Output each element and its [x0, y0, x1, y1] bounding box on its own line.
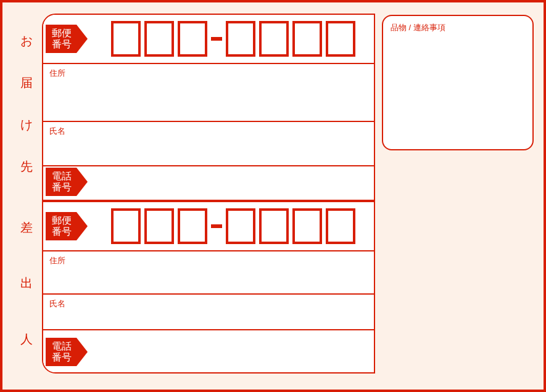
sender-section: 郵便 番号 住所 氏名 [43, 200, 374, 372]
postal-digit-box[interactable] [292, 208, 322, 244]
vlabel-char: 人 [20, 331, 33, 348]
postal-dash [211, 37, 222, 41]
recipient-name-row[interactable]: 氏名 [43, 122, 374, 166]
phone-tag-text: 電話 番号 [52, 171, 72, 194]
recipient-postal-boxes [111, 21, 355, 57]
name-label: 氏名 [49, 298, 65, 309]
phone-tag: 電話 番号 [46, 338, 77, 366]
postal-digit-box[interactable] [111, 208, 141, 244]
postal-code-tag: 郵便 番号 [46, 25, 77, 53]
postal-digit-box[interactable] [226, 21, 255, 57]
postal-digit-box[interactable] [326, 21, 355, 57]
vertical-labels-column: お 届 け 先 差 出 人 [11, 14, 42, 374]
vlabel-char: け [20, 116, 33, 133]
phone-tag-text: 電話 番号 [52, 341, 72, 364]
postal-digit-box[interactable] [178, 208, 207, 244]
vlabel-char: 先 [20, 158, 33, 175]
postal-digit-box[interactable] [111, 21, 141, 57]
phone-tag: 電話 番号 [46, 168, 77, 196]
postal-tag-text: 郵便 番号 [52, 215, 72, 238]
recipient-postal-row[interactable]: 郵便 番号 [43, 15, 374, 64]
recipient-address-row[interactable]: 住所 [43, 64, 374, 122]
name-label: 氏名 [49, 126, 65, 137]
vlabel-char: 出 [20, 275, 33, 292]
address-label: 住所 [49, 255, 65, 266]
postal-digit-box[interactable] [326, 208, 355, 244]
postal-digit-box[interactable] [259, 21, 289, 57]
form-sections: 郵便 番号 住所 氏名 [42, 14, 375, 374]
postal-digit-box[interactable] [144, 208, 174, 244]
vlabel-char: 届 [20, 75, 33, 91]
sender-phone-row[interactable]: 電話 番号 [43, 330, 374, 374]
postal-digit-box[interactable] [178, 21, 207, 57]
recipient-phone-row[interactable]: 電話 番号 [43, 166, 374, 197]
postal-digit-box[interactable] [226, 208, 255, 244]
address-label: 住所 [49, 68, 65, 79]
main-form-area: お 届 け 先 差 出 人 郵便 番号 [11, 14, 375, 374]
postal-digit-box[interactable] [292, 21, 322, 57]
postal-dash [211, 224, 222, 228]
vlabel-char: 差 [20, 219, 33, 236]
notes-label: 品物 / 連絡事項 [391, 22, 525, 33]
postal-digit-box[interactable] [144, 21, 174, 57]
sender-postal-row[interactable]: 郵便 番号 [43, 202, 374, 251]
postal-tag-text: 郵便 番号 [52, 28, 72, 51]
sender-postal-boxes [111, 208, 355, 244]
sender-address-row[interactable]: 住所 [43, 251, 374, 295]
vlabel-char: お [20, 33, 33, 49]
postal-code-tag: 郵便 番号 [46, 212, 77, 240]
notes-box[interactable]: 品物 / 連絡事項 [382, 15, 534, 150]
shipping-label-form: お 届 け 先 差 出 人 郵便 番号 [0, 0, 546, 392]
recipient-section: 郵便 番号 住所 氏名 [43, 15, 374, 200]
recipient-vertical-label: お 届 け 先 [11, 14, 42, 194]
postal-digit-box[interactable] [259, 208, 289, 244]
sender-vertical-label: 差 出 人 [11, 194, 42, 374]
sender-name-row[interactable]: 氏名 [43, 295, 374, 330]
